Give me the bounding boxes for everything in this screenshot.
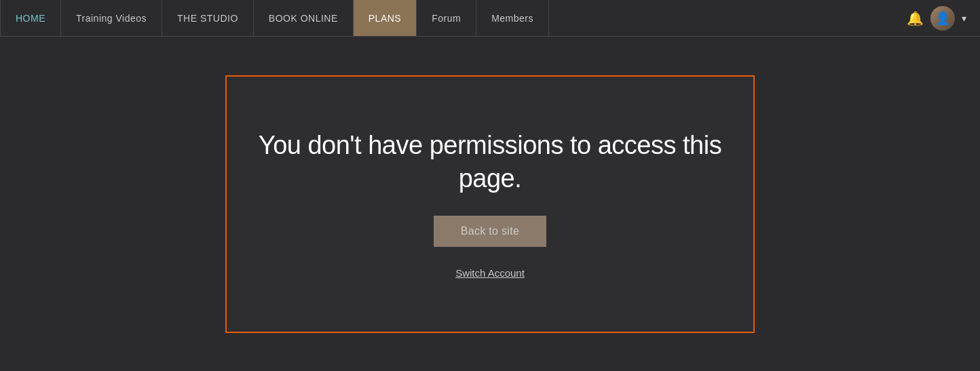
nav-items: HOME Training Videos THE STUDIO BOOK ONL… [0, 0, 907, 36]
nav-item-the-studio[interactable]: THE STUDIO [162, 0, 254, 36]
chevron-down-icon[interactable]: ▾ [962, 13, 966, 24]
nav-item-training-videos[interactable]: Training Videos [61, 0, 162, 36]
back-to-site-button[interactable]: Back to site [434, 216, 546, 247]
nav-item-book-online[interactable]: BOOK ONLINE [254, 0, 354, 36]
nav-right: 🔔 👤 ▾ [907, 6, 980, 31]
avatar[interactable]: 👤 [930, 6, 955, 31]
nav-item-forum[interactable]: Forum [417, 0, 476, 36]
switch-account-button[interactable]: Switch Account [455, 267, 525, 279]
main-content: You don't have permissions to access thi… [0, 37, 980, 371]
notifications-bell-icon[interactable]: 🔔 [907, 10, 924, 26]
nav-item-members[interactable]: Members [476, 0, 549, 36]
permission-message: You don't have permissions to access thi… [254, 129, 726, 196]
nav-item-plans[interactable]: PLANS [354, 0, 417, 36]
nav-item-home[interactable]: HOME [0, 0, 61, 36]
main-navigation: HOME Training Videos THE STUDIO BOOK ONL… [0, 0, 980, 37]
permission-box: You don't have permissions to access thi… [225, 75, 755, 333]
